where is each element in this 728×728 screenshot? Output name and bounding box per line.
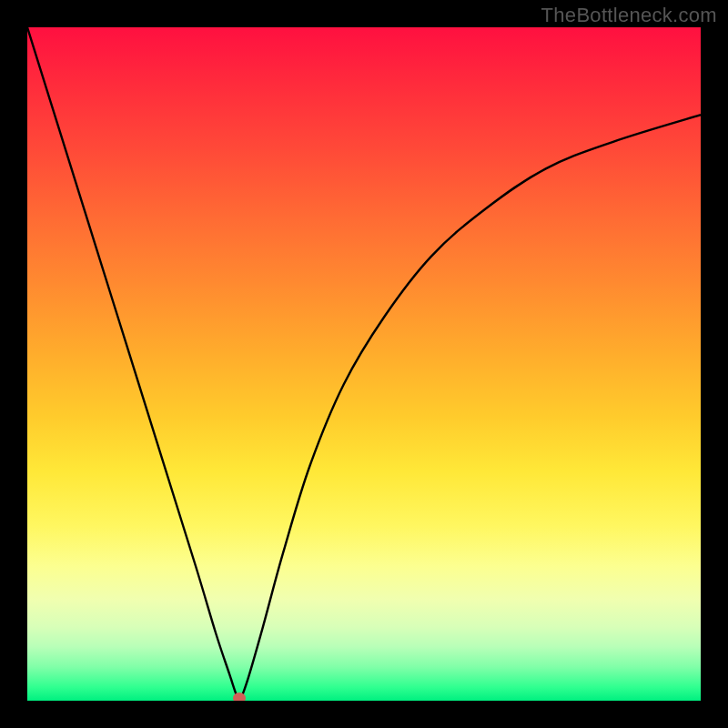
plot-area — [27, 27, 701, 701]
chart-frame: TheBottleneck.com — [0, 0, 728, 728]
minimum-marker-icon — [233, 693, 246, 701]
watermark-text: TheBottleneck.com — [541, 4, 717, 27]
curve-line — [27, 27, 701, 701]
bottleneck-curve — [27, 27, 701, 701]
